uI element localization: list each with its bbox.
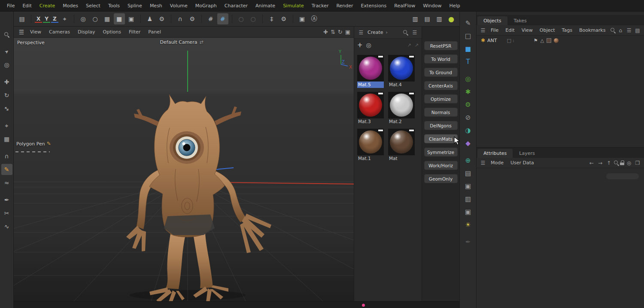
object-row-ant[interactable]: ✱ ANT □ : ⚑ △ xyxy=(477,36,644,45)
material-thumbnail[interactable] xyxy=(388,92,415,118)
menu-spline[interactable]: Spline xyxy=(124,1,146,10)
menu-volume[interactable]: Volume xyxy=(167,1,191,10)
material-thumbnail[interactable] xyxy=(388,55,415,82)
hamburger-icon[interactable]: ☰ xyxy=(357,30,365,36)
deformer-button[interactable]: ◆ xyxy=(462,138,474,149)
vp-menu-cameras[interactable]: Cameras xyxy=(46,28,73,36)
layer-toggle-icon[interactable]: □ xyxy=(507,38,511,43)
spline-tool[interactable]: ∿ xyxy=(1,221,12,232)
maximize-icon[interactable]: ▣ xyxy=(345,29,350,35)
material-name[interactable]: Mat.1 xyxy=(357,155,384,162)
render-picture-button[interactable]: ▤ xyxy=(422,13,433,24)
am-menu-user-data[interactable]: User Data xyxy=(507,159,537,167)
am-menu-mode[interactable]: Mode xyxy=(488,159,507,167)
vp-menu-options[interactable]: Options xyxy=(100,28,125,36)
add-material-button[interactable]: + xyxy=(357,41,363,49)
panel-view-icon[interactable]: ▤ xyxy=(634,27,641,33)
material-item[interactable]: Mat xyxy=(388,129,415,162)
measure-button[interactable]: ‡ xyxy=(266,13,277,24)
parent-icon[interactable]: ↑ xyxy=(605,160,613,166)
tab-objects[interactable]: Objects xyxy=(477,16,507,25)
menu-extensions[interactable]: Extensions xyxy=(358,1,390,10)
flag-tag-icon[interactable]: ⚑ xyxy=(534,38,538,43)
popout-icon[interactable]: ❐ xyxy=(634,160,641,166)
tab-layers[interactable]: Layers xyxy=(513,149,541,158)
menu-character[interactable]: Character xyxy=(221,1,251,10)
resetpsr-button[interactable]: ResetPSR xyxy=(424,41,458,50)
camera-swap-icon[interactable]: ⇄ xyxy=(199,39,203,45)
workplane-grid-button[interactable]: # xyxy=(217,13,228,24)
material-item[interactable]: Mat.1 xyxy=(357,129,384,162)
search-icon[interactable] xyxy=(614,160,619,166)
target-camera-button[interactable]: ▥ xyxy=(462,193,474,205)
light-button[interactable]: ☀ xyxy=(462,219,474,230)
brush-tool[interactable]: ✒ xyxy=(1,194,12,205)
menu-simulate[interactable]: Simulate xyxy=(279,1,307,10)
work-horiz-button[interactable]: Work/Horiz xyxy=(424,161,458,170)
perspective-label[interactable]: Perspective xyxy=(17,40,45,45)
symmetry-button[interactable]: ◑ xyxy=(462,125,474,136)
selection-tag-icon[interactable] xyxy=(547,38,551,43)
content-browser-button[interactable]: ▣ xyxy=(297,13,308,24)
generator-settings-button[interactable]: ⚙ xyxy=(462,99,474,110)
vp-menu-filter[interactable]: Filter xyxy=(125,28,144,36)
material-thumbnail[interactable] xyxy=(357,55,384,82)
centeraxis-button[interactable]: CenterAxis xyxy=(424,81,458,90)
polygon-mode-button[interactable]: ■ xyxy=(114,13,125,24)
menu-help[interactable]: Help xyxy=(446,1,464,10)
list-view-icon[interactable]: ☰ xyxy=(411,30,419,36)
material-item[interactable]: Mat.3 xyxy=(357,92,384,125)
history-forward-icon[interactable]: → xyxy=(596,160,604,166)
tab-takes[interactable]: Takes xyxy=(508,16,533,25)
material-name[interactable]: Mat.2 xyxy=(388,118,415,125)
text-object-button[interactable]: T xyxy=(462,56,474,67)
history-back-icon[interactable]: ← xyxy=(588,160,595,166)
material-thumbnail[interactable] xyxy=(388,129,415,155)
smooth-tool[interactable]: ≈ xyxy=(1,177,12,188)
menu-mograph[interactable]: MoGraph xyxy=(192,1,220,10)
snap-button[interactable]: ∩ xyxy=(175,13,186,24)
snap-settings-button[interactable]: ⚙ xyxy=(187,13,198,24)
delngons-button[interactable]: DelNgons xyxy=(424,121,458,130)
menu-realflow[interactable]: RealFlow xyxy=(391,1,419,10)
apply-material-icon[interactable]: ↗ xyxy=(415,42,419,48)
material-name[interactable]: Mat.4 xyxy=(388,82,415,88)
om-menu-edit[interactable]: Edit xyxy=(502,26,517,34)
material-name[interactable]: Mat.3 xyxy=(357,118,384,125)
om-menu-bookmarks[interactable]: Bookmarks xyxy=(576,26,608,34)
dolly-icon[interactable]: ⇅ xyxy=(331,29,335,35)
menu-edit[interactable]: Edit xyxy=(19,1,35,10)
om-menu-view[interactable]: View xyxy=(519,26,536,34)
visibility-dots-icon[interactable]: : xyxy=(513,38,514,43)
object-name[interactable]: ANT xyxy=(487,38,497,43)
camera-button[interactable]: ▣ xyxy=(462,181,474,192)
vp-menu-view[interactable]: View xyxy=(27,28,45,36)
phong-tag-icon[interactable]: △ xyxy=(541,38,544,43)
viewport-zoom-tool[interactable] xyxy=(1,29,12,40)
interactive-render-button[interactable]: ● xyxy=(446,13,457,24)
scale-tool[interactable]: ↔ xyxy=(1,103,12,114)
model-mode-tool[interactable]: ◎ xyxy=(1,59,12,70)
chevron-right-icon[interactable]: › xyxy=(386,30,388,35)
stage-button[interactable]: ▤ xyxy=(462,168,474,179)
material-item[interactable]: Mat.5 xyxy=(357,55,384,88)
material-thumbnail[interactable] xyxy=(357,129,384,155)
menu-modes[interactable]: Modes xyxy=(59,1,82,10)
viewport-menu-icon[interactable]: ☰ xyxy=(17,28,26,36)
axis-lock-z-button[interactable]: Z xyxy=(51,15,58,23)
model-mode-button[interactable]: ○ xyxy=(90,13,101,24)
timeline-strip[interactable] xyxy=(14,301,459,308)
home-icon[interactable]: ⌂ xyxy=(617,27,624,33)
menu-animate[interactable]: Animate xyxy=(252,1,279,10)
sculpt-tool[interactable]: ∩ xyxy=(1,151,12,162)
measure-settings-button[interactable]: ⚙ xyxy=(278,13,289,24)
menu-render[interactable]: Render xyxy=(333,1,356,10)
make-editable-button[interactable]: ◎ xyxy=(78,13,89,24)
menu-window[interactable]: Window xyxy=(419,1,445,10)
array-generator-button[interactable]: ✱ xyxy=(462,86,474,97)
camera-label[interactable]: Default Camera ⇄ xyxy=(160,39,204,45)
pick-material-icon[interactable]: ↗ xyxy=(407,42,411,48)
material-create-menu[interactable]: Create xyxy=(368,30,383,35)
lock-icon[interactable] xyxy=(620,160,624,166)
hamburger-icon[interactable]: ☰ xyxy=(479,27,487,33)
